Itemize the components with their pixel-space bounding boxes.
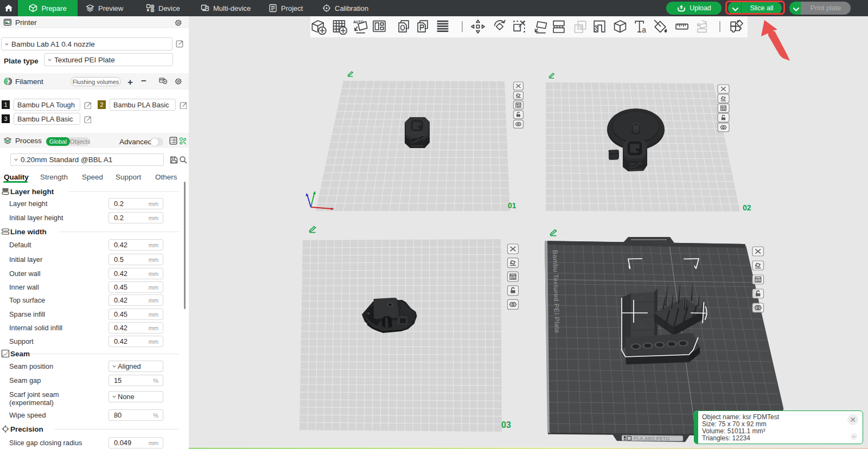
svg-text:03: 03	[501, 420, 511, 429]
svg-text:20: 20	[640, 309, 646, 315]
svg-text:02: 02	[743, 203, 751, 212]
svg-text:01: 01	[508, 201, 516, 210]
svg-text:PLA,ABS,PETG: PLA,ABS,PETG	[634, 436, 670, 442]
svg-text:15: 15	[640, 294, 646, 301]
svg-text:30: 30	[640, 323, 646, 329]
